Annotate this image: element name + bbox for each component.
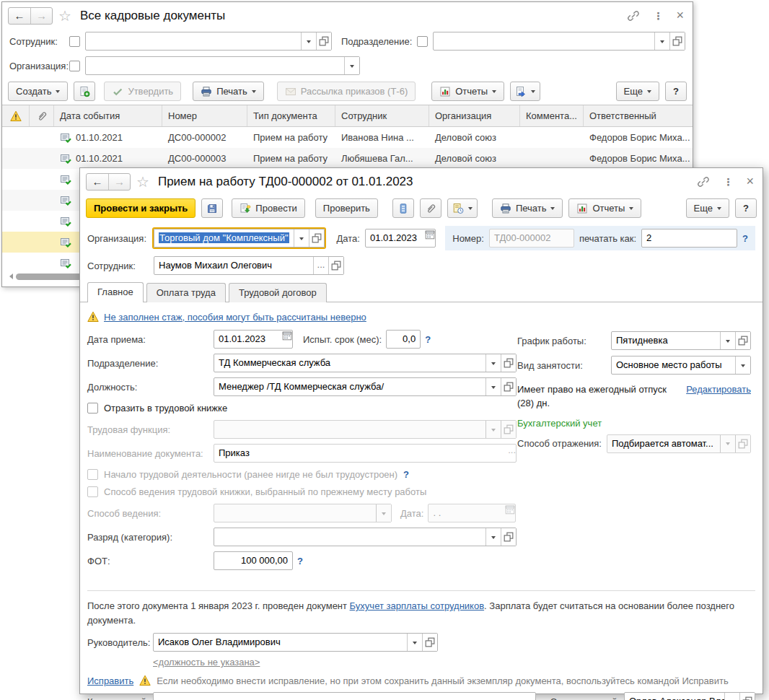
back-button[interactable]: ← (9, 8, 30, 24)
department-field[interactable]: ТД Коммерческая служба (214, 354, 517, 372)
favorite-star-icon[interactable]: ☆ (136, 175, 149, 189)
employee-ellipsis-button[interactable]: ... (313, 257, 328, 274)
payroll-doc-link[interactable]: Бухучет зарплаты сотрудников (350, 600, 484, 611)
favorite-star-icon[interactable]: ☆ (58, 9, 71, 23)
employment-field[interactable]: Основное место работы (611, 356, 751, 375)
department-filter-value[interactable] (434, 32, 654, 50)
employee-filter-open-icon[interactable] (316, 32, 331, 50)
doc-name-ellipsis-button[interactable]: ... (508, 445, 516, 462)
labor-function-open-icon[interactable] (501, 421, 516, 438)
save-button[interactable] (201, 198, 223, 218)
department-filter-combo[interactable] (433, 32, 685, 51)
fot-help-link[interactable]: ? (297, 556, 303, 566)
reflection-open-icon[interactable] (735, 435, 750, 452)
schedule-dropdown[interactable] (720, 332, 735, 349)
grade-open-icon[interactable] (501, 528, 516, 546)
labor-function-field[interactable] (214, 420, 517, 439)
doc-name-field[interactable]: Приказ ... (214, 444, 517, 463)
forward-button[interactable]: → (108, 174, 130, 190)
schedule-field[interactable]: Пятидневка (611, 331, 751, 350)
help-button[interactable]: ? (665, 82, 687, 101)
employee-field[interactable]: Наумов Михаил Олегович ... (154, 256, 344, 275)
mailing-orders-button[interactable]: Рассылка приказов (Т-6) (277, 82, 416, 101)
reflection-field[interactable]: Подбирается автомат... (607, 434, 751, 453)
keeping-method-dropdown[interactable] (376, 504, 391, 522)
career-start-checkbox[interactable] (87, 469, 98, 480)
table-header[interactable]: Дата события Номер Тип документа Сотрудн… (2, 105, 693, 127)
column-date[interactable]: Дата события (54, 105, 162, 126)
tab-main[interactable]: Главное (87, 282, 144, 302)
kebab-menu-icon[interactable]: ⋮ (723, 176, 733, 188)
close-icon[interactable]: × (746, 174, 754, 189)
print-button[interactable]: Печать (492, 198, 563, 218)
print-as-help-link[interactable]: ? (742, 233, 748, 244)
tab-salary[interactable]: Оплата труда (146, 283, 226, 302)
number-field[interactable]: ТД00-000002 (489, 229, 574, 248)
kebab-menu-icon[interactable]: ⋮ (653, 10, 663, 22)
get-link-icon[interactable] (627, 9, 640, 22)
forward-button[interactable]: → (30, 8, 52, 24)
column-comment[interactable]: Коммента... (520, 105, 584, 126)
grade-field[interactable] (214, 528, 517, 546)
employee-filter-dropdown[interactable] (301, 32, 316, 50)
reports-button[interactable]: Отчеты (568, 198, 641, 218)
get-link-icon[interactable] (697, 175, 710, 188)
manager-field[interactable]: Исаков Олег Владимирович (153, 633, 438, 652)
tab-contract[interactable]: Трудовой договор (229, 283, 327, 302)
responsible-dropdown[interactable] (724, 693, 739, 700)
department-dropdown[interactable] (485, 354, 501, 372)
labor-function-dropdown[interactable] (485, 421, 501, 438)
column-type[interactable]: Тип документа (247, 105, 335, 126)
column-number[interactable]: Номер (162, 105, 247, 126)
fot-field[interactable]: 100 000,00 (214, 551, 293, 570)
position-not-set-link[interactable]: <должность не указана> (153, 657, 260, 668)
column-responsible[interactable]: Ответственный (584, 105, 693, 126)
organization-value[interactable]: Торговый дом "Комплексный" (159, 232, 289, 243)
seniority-warning-link[interactable]: Не заполнен стаж, пособия могут быть рас… (104, 312, 366, 323)
position-dropdown[interactable] (485, 378, 501, 395)
keeping-method-field[interactable] (214, 504, 392, 522)
department-filter-dropdown[interactable] (654, 32, 669, 50)
post-and-close-button[interactable]: Провести и закрыть (86, 198, 195, 218)
probation-field[interactable]: 0,0 (386, 330, 421, 349)
more-button[interactable]: Еще (686, 198, 729, 218)
table-row[interactable]: 01.10.2021 ДС00-000002 Прием на работу И… (2, 127, 693, 148)
department-filter-checkbox[interactable] (417, 36, 428, 47)
reflect-workbook-checkbox[interactable] (87, 403, 98, 414)
column-employee[interactable]: Сотрудник (335, 105, 429, 126)
department-open-icon[interactable] (501, 354, 516, 372)
fix-link[interactable]: Исправить (87, 675, 133, 686)
print-button[interactable]: Печать (193, 82, 264, 101)
organization-field[interactable]: Торговый дом "Комплексный" (154, 229, 325, 248)
comment-ellipsis-button[interactable]: ... (527, 693, 535, 700)
copy-document-button[interactable] (74, 82, 95, 101)
back-button[interactable]: ← (87, 174, 108, 190)
more-button[interactable]: Еще (616, 82, 659, 101)
responsible-field[interactable]: Орлов Александр Владим (624, 692, 755, 700)
scroll-left-icon[interactable] (6, 274, 13, 279)
vacation-edit-link[interactable]: Редактировать (686, 383, 751, 397)
reports-button[interactable]: Отчеты (431, 82, 504, 101)
employee-filter-checkbox[interactable] (69, 36, 80, 47)
attachments-button[interactable] (420, 198, 441, 218)
schedule-open-icon[interactable] (735, 332, 750, 349)
export-list-button[interactable] (510, 82, 540, 101)
position-field[interactable]: Менеджер /ТД Коммерческая служба/ (214, 377, 517, 396)
document-tasks-button[interactable] (447, 198, 478, 218)
grade-dropdown[interactable] (485, 528, 501, 546)
department-filter-open-icon[interactable] (669, 32, 685, 50)
keeping-date-field[interactable]: . . (428, 504, 516, 522)
career-start-help-link[interactable]: ? (403, 469, 409, 480)
table-row[interactable]: 01.10.2021 ДС00-000003 Прием на работу Л… (2, 148, 693, 169)
manager-open-icon[interactable] (422, 634, 437, 651)
check-button[interactable]: Проверить (315, 198, 378, 218)
probation-help-link[interactable]: ? (425, 334, 431, 345)
workbook-method-checkbox[interactable] (87, 486, 98, 497)
post-button[interactable]: Провести (232, 198, 305, 218)
organization-filter-combo[interactable] (85, 56, 360, 75)
approve-button[interactable]: Утвердить (104, 82, 181, 101)
hire-date-field[interactable]: 01.01.2023 (214, 330, 293, 349)
organization-dropdown[interactable] (294, 229, 309, 247)
date-calendar-icon[interactable] (425, 229, 435, 247)
employee-filter-combo[interactable] (85, 32, 332, 51)
